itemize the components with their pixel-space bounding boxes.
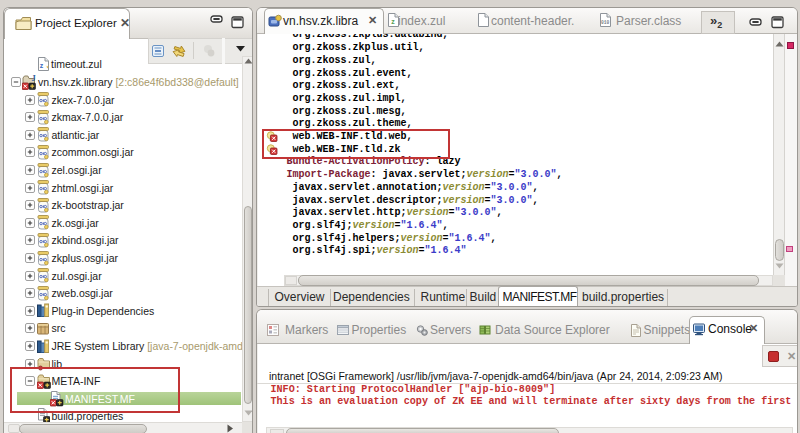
- svg-text:z: z: [40, 62, 44, 69]
- svg-text:J: J: [31, 74, 36, 83]
- svg-text:z: z: [391, 18, 395, 25]
- svg-text:010: 010: [601, 20, 610, 25]
